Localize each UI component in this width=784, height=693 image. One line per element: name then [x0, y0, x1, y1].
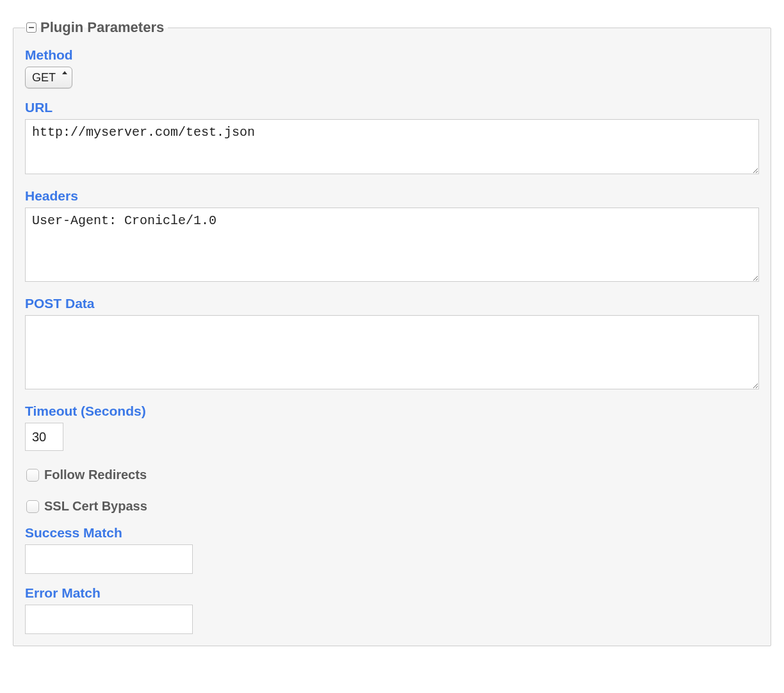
post-data-label: POST Data [25, 296, 759, 311]
url-field: URL [25, 100, 759, 177]
follow-redirects-row: Follow Redirects [26, 468, 759, 482]
follow-redirects-label[interactable]: Follow Redirects [44, 468, 147, 482]
timeout-label: Timeout (Seconds) [25, 404, 759, 419]
ssl-cert-bypass-row: SSL Cert Bypass [26, 499, 759, 514]
ssl-cert-bypass-checkbox[interactable] [26, 500, 39, 513]
success-match-input[interactable] [25, 544, 193, 574]
error-match-label: Error Match [25, 585, 759, 601]
ssl-cert-bypass-label[interactable]: SSL Cert Bypass [44, 499, 147, 514]
method-field: Method GET [25, 47, 759, 88]
method-select[interactable]: GET [25, 67, 72, 88]
method-select-wrap: GET [25, 67, 72, 88]
success-match-field: Success Match [25, 525, 759, 574]
timeout-input[interactable] [25, 423, 63, 451]
headers-label: Headers [25, 188, 759, 204]
fieldset-title: Plugin Parameters [40, 19, 164, 36]
success-match-label: Success Match [25, 525, 759, 541]
fieldset-legend: Plugin Parameters [25, 19, 168, 36]
headers-field: Headers [25, 188, 759, 284]
follow-redirects-checkbox[interactable] [26, 469, 39, 482]
method-label: Method [25, 47, 759, 63]
timeout-field: Timeout (Seconds) [25, 404, 759, 451]
post-data-input[interactable] [25, 315, 759, 389]
url-label: URL [25, 100, 759, 115]
headers-input[interactable] [25, 208, 759, 282]
plugin-parameters-fieldset: Plugin Parameters Method GET URL Headers… [13, 19, 771, 646]
url-input[interactable] [25, 119, 759, 174]
collapse-icon[interactable] [26, 22, 37, 33]
post-data-field: POST Data [25, 296, 759, 392]
error-match-input[interactable] [25, 605, 193, 634]
error-match-field: Error Match [25, 585, 759, 634]
